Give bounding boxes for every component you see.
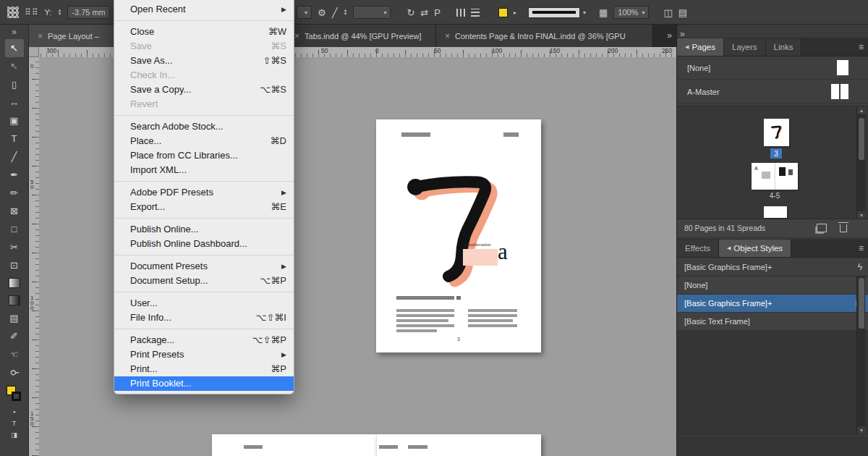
menu-item-publish-online[interactable]: Publish Online... xyxy=(114,222,294,237)
stroke-swatch[interactable] xyxy=(12,392,21,401)
gradient-feather-tool[interactable] xyxy=(9,295,20,305)
scroll-up-icon[interactable]: ▲ xyxy=(857,106,866,114)
fill-swatch-arrow-icon[interactable]: ▸ xyxy=(514,9,516,16)
fill-color-swatch[interactable] xyxy=(498,8,508,17)
zoom-level-dropdown[interactable]: 100%▾ xyxy=(613,6,649,19)
close-icon[interactable]: × xyxy=(445,31,450,41)
reference-point-proxy[interactable]: P xyxy=(434,8,441,17)
menu-item-print-presets[interactable]: Print Presets▶ xyxy=(114,347,294,362)
next-spread-left-page[interactable] xyxy=(212,434,376,456)
formatting-affects-container-icon[interactable]: ▪ xyxy=(9,407,19,416)
free-transform-tool[interactable]: ⊡ xyxy=(5,256,24,274)
menu-item-place-from-cc-libraries[interactable]: Place from CC Libraries... xyxy=(114,148,294,163)
proxy-grid-icon[interactable]: ▦ xyxy=(599,8,608,17)
arrange-documents-icon[interactable]: ▤ xyxy=(678,8,687,17)
menu-item-save-a-copy[interactable]: Save a Copy...⌥⌘S xyxy=(114,83,294,97)
menu-item-user[interactable]: User... xyxy=(114,296,294,311)
gradient-swatch-tool[interactable] xyxy=(9,278,20,288)
menu-item-save-as[interactable]: Save As...⇧⌘S xyxy=(114,54,294,68)
formatting-affects-text-icon[interactable]: T xyxy=(9,418,19,428)
tab-layers[interactable]: Layers xyxy=(724,38,766,56)
spread-4-thumbnail[interactable]: A xyxy=(752,163,775,190)
scissors-tool[interactable]: ✂ xyxy=(5,238,24,256)
gap-tool[interactable]: ↔ xyxy=(5,93,24,111)
menu-item-import-xml[interactable]: Import XML... xyxy=(114,163,294,177)
new-spread-icon[interactable] xyxy=(817,224,827,232)
tab-pages[interactable]: ◀Pages xyxy=(677,38,724,56)
panel-menu-icon[interactable]: ≡ xyxy=(859,243,864,253)
menu-item-export[interactable]: Export...⌘E xyxy=(114,200,294,214)
screen-mode-icon[interactable]: ◫ xyxy=(663,8,672,17)
menu-item-print[interactable]: Print...⌘P xyxy=(114,362,294,376)
katakana-a-glyph[interactable] xyxy=(395,161,505,289)
master-a-row[interactable]: A-Master xyxy=(677,80,868,104)
document-page[interactable]: transliteration a 3 xyxy=(376,119,541,352)
menu-item-file-info[interactable]: File Info...⌥⇧⌘I xyxy=(114,311,294,325)
menu-item-open-recent[interactable]: Open Recent▶ xyxy=(114,2,294,17)
direct-selection-tool[interactable]: ↖ xyxy=(5,57,24,75)
constrain-icon[interactable]: ⚙ xyxy=(318,8,326,17)
master-none-row[interactable]: [None] xyxy=(677,56,868,80)
pages-scrollbar[interactable]: ▲ ▼ xyxy=(856,106,865,219)
note-tool[interactable]: ▤ xyxy=(5,309,24,327)
ruler-origin-corner[interactable] xyxy=(29,47,39,57)
view-mode-icon[interactable]: ◨ xyxy=(9,430,19,439)
align-icon[interactable] xyxy=(456,9,465,17)
flip-icon[interactable]: ⇄ xyxy=(420,8,428,17)
tab-object-styles[interactable]: ◀Object Styles xyxy=(719,240,791,257)
page-3-thumbnail[interactable] xyxy=(764,119,789,146)
delete-page-icon[interactable] xyxy=(840,224,847,232)
close-icon[interactable]: × xyxy=(38,31,43,41)
fitting-dropdown[interactable]: ▾ xyxy=(297,6,312,19)
rectangle-frame-tool[interactable]: ⊠ xyxy=(5,202,24,220)
y-stepper[interactable]: ▲▼ xyxy=(57,9,61,16)
menu-item-document-presets[interactable]: Document Presets▶ xyxy=(114,259,294,274)
selection-tool[interactable]: ↖ xyxy=(5,39,24,57)
styles-scrollbar[interactable]: ▼ xyxy=(856,276,865,434)
line-tool[interactable]: ╱ xyxy=(5,148,24,166)
type-tool[interactable]: T xyxy=(5,130,24,148)
menu-item-document-setup[interactable]: Document Setup...⌥⌘P xyxy=(114,274,294,288)
stroke-weight-stepper[interactable]: ▲▼ xyxy=(344,9,348,16)
tab-effects[interactable]: Effects xyxy=(677,240,719,257)
object-style-none[interactable]: [None]× xyxy=(677,276,868,295)
scroll-thumb[interactable] xyxy=(859,278,864,329)
rotate-icon[interactable]: ↻ xyxy=(407,8,414,17)
menu-item-publish-online-dashboard[interactable]: Publish Online Dashboard... xyxy=(114,237,294,251)
tab-overflow-chevron-icon[interactable]: » xyxy=(667,30,672,41)
menu-item-adobe-pdf-presets[interactable]: Adobe PDF Presets▶ xyxy=(114,185,294,200)
object-style-basic-text-frame[interactable]: [Basic Text Frame]T xyxy=(677,313,868,331)
content-collector-tool[interactable]: ▣ xyxy=(5,111,24,130)
stroke-style-dropdown[interactable]: ▾ xyxy=(528,7,586,18)
scroll-thumb[interactable] xyxy=(859,118,864,160)
stroke-weight-dropdown[interactable]: ▾ xyxy=(353,6,391,19)
spread-5-thumbnail[interactable] xyxy=(775,163,798,190)
next-spread-right-page[interactable] xyxy=(376,434,541,456)
scroll-down-icon[interactable]: ▼ xyxy=(857,426,866,434)
distribute-icon[interactable] xyxy=(471,9,480,17)
vertical-ruler[interactable]: 050100150 xyxy=(29,57,39,456)
fill-stroke-proxy[interactable] xyxy=(5,384,24,405)
close-icon[interactable]: × xyxy=(294,31,299,41)
object-style-basic-graphics-frame[interactable]: [Basic Graphics Frame]+⊠ xyxy=(677,295,868,313)
page-tool[interactable]: ▯ xyxy=(5,75,24,93)
grid-icon[interactable] xyxy=(7,7,19,18)
menu-item-print-booklet[interactable]: Print Booklet... xyxy=(114,376,294,391)
dots-grid-icon[interactable]: ⠿⠿ xyxy=(25,7,39,17)
tools-overflow-chevron[interactable]: » xyxy=(5,25,24,39)
eyedropper-tool[interactable]: ✐ xyxy=(5,327,24,345)
doc-tab-tabs-indd[interactable]: × Tabs.indd @ 44% [GPU Preview] xyxy=(286,25,436,47)
menu-item-search-adobe-stock[interactable]: Search Adobe Stock... xyxy=(114,119,294,134)
y-value-field[interactable]: -3.75 mm xyxy=(67,6,109,19)
selected-page-number-badge[interactable]: 3 xyxy=(770,148,782,159)
menu-item-package[interactable]: Package...⌥⇧⌘P xyxy=(114,333,294,347)
menu-item-close[interactable]: Close⌘W xyxy=(114,25,294,39)
rectangle-tool[interactable]: □ xyxy=(5,220,24,238)
pencil-tool[interactable]: ✏ xyxy=(5,184,24,202)
menu-item-place[interactable]: Place...⌘D xyxy=(114,134,294,148)
pen-tool[interactable]: ✒ xyxy=(5,166,24,184)
tab-links[interactable]: Links xyxy=(766,38,802,56)
doc-tab-contents-page[interactable]: × Contents Page & Intro FINAL.indd @ 36%… xyxy=(436,25,653,47)
panel-menu-icon[interactable]: ≡ xyxy=(859,42,864,52)
next-thumbnail-partial[interactable] xyxy=(764,206,787,218)
